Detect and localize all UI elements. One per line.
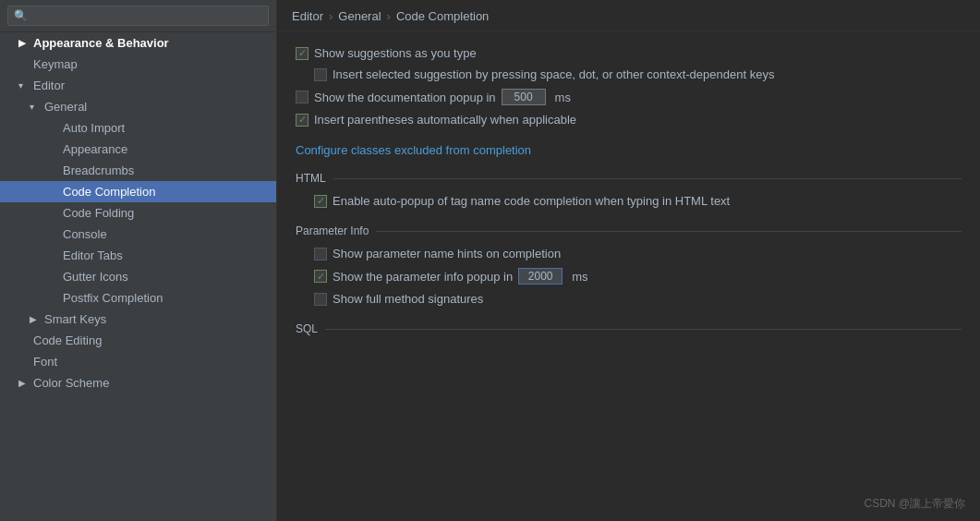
option-show-suggestions: Show suggestions as you type	[296, 46, 962, 60]
label-insert-parens: Insert parentheses automatically when ap…	[314, 113, 576, 127]
label-param-info-popup: Show the parameter info popup in	[333, 270, 513, 284]
arrow-icon-general: ▾	[30, 102, 41, 112]
sidebar-item-auto-import[interactable]: Auto Import	[0, 117, 276, 139]
checkbox-param-name-hints[interactable]	[314, 248, 327, 260]
search-bar[interactable]	[0, 0, 276, 32]
sidebar-label-smart-keys: Smart Keys	[44, 312, 106, 326]
main-options-group: Show suggestions as you type Insert sele…	[296, 46, 962, 127]
input-doc-popup-ms[interactable]	[502, 89, 546, 105]
option-insert-suggestion: Insert selected suggestion by pressing s…	[296, 67, 962, 81]
arrow-icon-color-scheme: ▶	[18, 378, 30, 388]
main-panel: Editor › General › Code Completion Show …	[277, 0, 980, 521]
sidebar-label-keymap: Keymap	[33, 57, 78, 71]
sidebar-item-code-completion[interactable]: Code Completion	[0, 181, 276, 202]
param-info-section: Parameter Info Show parameter name hints…	[296, 224, 962, 306]
sidebar-label-code-completion: Code Completion	[63, 185, 155, 199]
html-section-header: HTML	[296, 172, 962, 185]
ms-label-param: ms	[572, 270, 587, 284]
checkbox-insert-suggestion[interactable]	[314, 68, 327, 81]
option-param-name-hints: Show parameter name hints on completion	[296, 247, 962, 260]
sidebar-item-smart-keys[interactable]: ▶Smart Keys	[0, 309, 276, 330]
label-show-suggestions: Show suggestions as you type	[314, 46, 477, 60]
sidebar-label-editor-tabs: Editor Tabs	[63, 248, 123, 262]
arrow-icon-editor: ▾	[18, 80, 30, 91]
option-show-doc-popup: Show the documentation popup in ms	[296, 89, 962, 105]
html-section: HTML Enable auto-popup of tag name code …	[296, 172, 962, 208]
sidebar: ▶Appearance & BehaviorKeymap▾Editor▾Gene…	[0, 0, 277, 521]
sidebar-label-code-folding: Code Folding	[63, 206, 134, 220]
sidebar-label-postfix-completion: Postfix Completion	[63, 291, 163, 305]
param-section-header: Parameter Info	[296, 224, 962, 237]
sidebar-item-breadcrumbs[interactable]: Breadcrumbs	[0, 160, 276, 181]
sidebar-label-auto-import: Auto Import	[63, 121, 125, 135]
sidebar-label-color-scheme: Color Scheme	[33, 376, 109, 390]
checkbox-show-doc-popup[interactable]	[296, 91, 309, 103]
settings-content: Show suggestions as you type Insert sele…	[277, 31, 980, 521]
watermark: CSDN @讓上帝愛你	[864, 496, 965, 512]
option-html-autopop: Enable auto-popup of tag name code compl…	[296, 194, 962, 208]
input-param-popup-ms[interactable]	[518, 268, 563, 285]
sidebar-item-appearance-behavior[interactable]: ▶Appearance & Behavior	[0, 32, 276, 54]
label-insert-suggestion: Insert selected suggestion by pressing s…	[333, 67, 774, 81]
checkbox-html-autopop[interactable]	[314, 195, 327, 208]
sidebar-item-code-folding[interactable]: Code Folding	[0, 202, 276, 224]
breadcrumb-sep-2: ›	[387, 9, 391, 23]
breadcrumb-code-completion: Code Completion	[396, 9, 489, 23]
sidebar-item-console[interactable]: Console	[0, 224, 276, 245]
sql-section: SQL	[296, 322, 962, 335]
sidebar-item-editor-tabs[interactable]: Editor Tabs	[0, 245, 276, 266]
sidebar-item-postfix-completion[interactable]: Postfix Completion	[0, 287, 276, 309]
option-full-method-sigs: Show full method signatures	[296, 292, 962, 306]
sidebar-label-general: General	[44, 100, 87, 114]
sidebar-item-font[interactable]: Font	[0, 351, 276, 372]
breadcrumb: Editor › General › Code Completion	[277, 0, 980, 31]
breadcrumb-sep-1: ›	[329, 9, 333, 23]
sidebar-item-keymap[interactable]: Keymap	[0, 54, 276, 75]
sidebar-item-editor[interactable]: ▾Editor	[0, 75, 276, 96]
sidebar-label-breadcrumbs: Breadcrumbs	[63, 164, 134, 177]
breadcrumb-editor: Editor	[292, 9, 323, 23]
sidebar-item-color-scheme[interactable]: ▶Color Scheme	[0, 372, 276, 394]
sidebar-label-console: Console	[63, 227, 107, 241]
checkbox-param-info-popup[interactable]	[314, 270, 327, 283]
sidebar-label-appearance-behavior: Appearance & Behavior	[33, 36, 169, 50]
sidebar-item-gutter-icons[interactable]: Gutter Icons	[0, 266, 276, 287]
sidebar-label-appearance: Appearance	[63, 142, 127, 156]
ms-label-doc: ms	[555, 91, 571, 104]
sidebar-label-editor: Editor	[33, 79, 65, 92]
label-param-name-hints: Show parameter name hints on completion	[333, 247, 561, 260]
arrow-icon-appearance-behavior: ▶	[18, 38, 30, 48]
sidebar-label-gutter-icons: Gutter Icons	[63, 270, 128, 284]
sql-section-header: SQL	[296, 322, 962, 335]
configure-excluded-link[interactable]: Configure classes excluded from completi…	[296, 143, 531, 157]
label-show-doc-popup: Show the documentation popup in	[314, 91, 496, 104]
option-insert-parens: Insert parentheses automatically when ap…	[296, 113, 962, 127]
checkbox-show-suggestions[interactable]	[296, 47, 309, 60]
sidebar-item-appearance[interactable]: Appearance	[0, 139, 276, 160]
breadcrumb-general: General	[338, 9, 381, 23]
sidebar-item-general[interactable]: ▾General	[0, 96, 276, 117]
sidebar-label-code-editing: Code Editing	[33, 333, 102, 347]
checkbox-insert-parens[interactable]	[296, 114, 309, 127]
label-html-autopop: Enable auto-popup of tag name code compl…	[333, 194, 730, 208]
search-input[interactable]	[7, 6, 269, 26]
sidebar-label-font: Font	[33, 355, 57, 369]
configure-link-row: Configure classes excluded from completi…	[296, 143, 962, 157]
checkbox-full-method-sigs[interactable]	[314, 293, 327, 306]
option-param-info-popup: Show the parameter info popup in ms	[296, 268, 962, 285]
arrow-icon-smart-keys: ▶	[30, 314, 41, 324]
sidebar-item-code-editing[interactable]: Code Editing	[0, 330, 276, 351]
label-full-method-sigs: Show full method signatures	[333, 292, 483, 306]
